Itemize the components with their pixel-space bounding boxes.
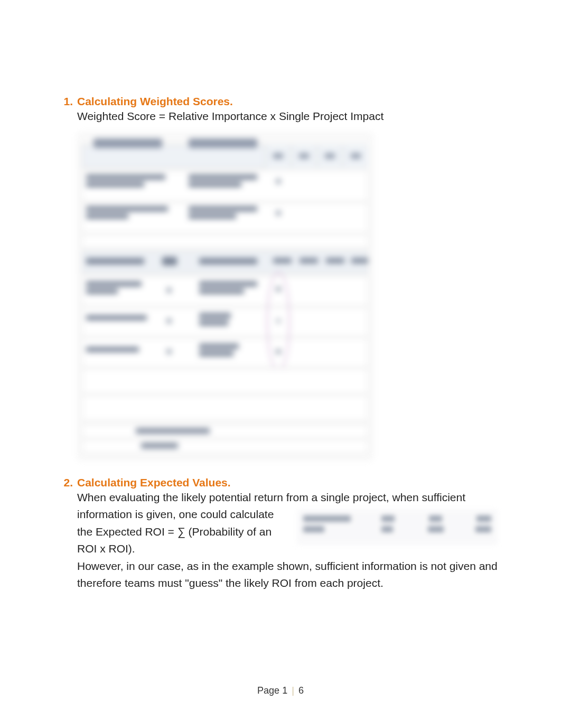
page-footer: Page 1 | 6 — [0, 685, 561, 696]
expected-value-table-blurred — [297, 509, 498, 545]
footer-separator: | — [292, 685, 294, 696]
section-2-body-line3: However, in our case, as in the example … — [77, 558, 498, 592]
footer-current-page: 1 — [282, 685, 287, 696]
section-1-body: Weighted Score = Relative Importance x S… — [77, 108, 498, 125]
footer-total-pages: 6 — [298, 685, 304, 696]
section-2-number: 2. — [58, 476, 73, 489]
section-2-body-line1: When evaluating the likely potential ret… — [77, 489, 498, 506]
footer-page-label: Page — [257, 685, 279, 696]
section-1-number: 1. — [58, 95, 73, 108]
section-2-inline-row: information is given, one could calculat… — [77, 506, 498, 558]
section-2: 2. Calculating Expected Values. When eva… — [58, 476, 498, 592]
section-1-title: Calculating Weighted Scores. — [77, 95, 233, 108]
weighted-score-table-blurred — [77, 133, 373, 460]
section-2-body-left: information is given, one could calculat… — [77, 506, 289, 558]
section-1: 1. Calculating Weighted Scores. Weighted… — [58, 95, 498, 460]
section-2-heading-line: 2. Calculating Expected Values. — [58, 476, 498, 489]
section-1-heading-line: 1. Calculating Weighted Scores. — [58, 95, 498, 108]
section-2-title: Calculating Expected Values. — [77, 476, 231, 489]
document-page: 1. Calculating Weighted Scores. Weighted… — [0, 0, 561, 629]
